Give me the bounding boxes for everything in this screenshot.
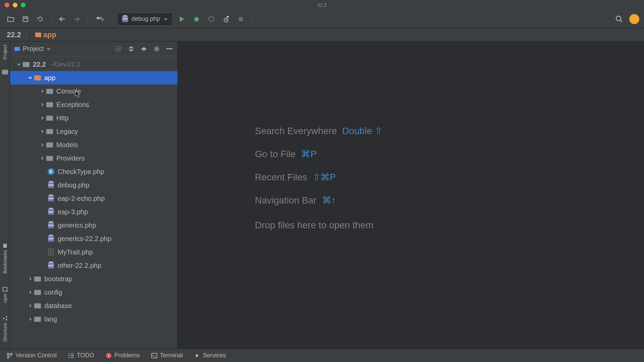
stop-button[interactable] (235, 13, 247, 25)
chevron-right-icon[interactable] (27, 317, 34, 321)
gutter-structure-tab[interactable]: Structure (2, 316, 8, 342)
bottom-tab-todo[interactable]: TODO (68, 352, 94, 359)
tree-file[interactable]: PHP eap-2-echo.php (10, 192, 177, 205)
welcome-action: Search Everywhere Double ⇧ (255, 125, 382, 136)
chevron-right-icon[interactable] (27, 303, 34, 308)
svg-rect-15 (166, 48, 172, 49)
reload-button[interactable] (34, 13, 46, 25)
chevron-right-icon[interactable] (39, 142, 46, 147)
collapse-all-button[interactable] (140, 45, 148, 53)
folder-icon (34, 74, 42, 81)
code-with-me-button[interactable] (93, 13, 107, 25)
folder-icon (22, 61, 30, 68)
chevron-right-icon[interactable] (39, 102, 46, 107)
folder-icon (46, 88, 54, 95)
run-button[interactable] (176, 13, 188, 25)
chevron-right-icon[interactable] (27, 290, 34, 295)
svg-rect-8 (6, 319, 7, 320)
folder-icon (46, 101, 54, 108)
gutter-project-tab[interactable]: Project (2, 45, 8, 60)
folder-icon (34, 302, 42, 309)
breadcrumb: 22.2 〉 app (0, 28, 644, 42)
tree-file[interactable]: PHP eap-3.php (10, 205, 177, 219)
coverage-button[interactable] (205, 13, 217, 25)
tree-file[interactable]: PHP debug.php (10, 178, 177, 192)
run-configuration-selector[interactable]: PHP debug.php (117, 12, 173, 26)
folder-icon (46, 141, 54, 148)
minimize-window-button[interactable] (13, 3, 17, 7)
hide-button[interactable] (165, 45, 173, 53)
chevron-right-icon[interactable] (27, 277, 34, 281)
keyboard-shortcut: ⌘P (301, 148, 317, 160)
terminal-icon (151, 353, 157, 359)
maximize-window-button[interactable] (21, 3, 25, 7)
open-button[interactable] (5, 13, 17, 25)
npm-icon (3, 287, 7, 292)
user-avatar[interactable] (629, 14, 639, 24)
debug-button[interactable] (191, 13, 203, 25)
welcome-action: Recent Files ⇧⌘P (255, 172, 382, 183)
structure-icon (3, 316, 7, 321)
svg-point-14 (156, 48, 158, 50)
bottom-tool-bar: Version Control TODO ! Problems Terminal… (0, 349, 644, 362)
tree-folder[interactable]: Legacy (10, 125, 177, 138)
chevron-right-icon[interactable] (39, 156, 46, 161)
expand-all-button[interactable] (127, 45, 135, 53)
tree-folder[interactable]: database (10, 299, 177, 312)
tree-root[interactable]: 22.2 ~/Dev/22.2 (10, 58, 177, 71)
folder-icon (34, 316, 42, 322)
chevron-down-icon[interactable] (15, 62, 22, 67)
php-file-icon: PHP (48, 195, 54, 201)
tree-file[interactable]: PHP other-22.2.php (10, 259, 177, 272)
chevron-right-icon[interactable] (39, 89, 46, 94)
select-opened-file-button[interactable] (114, 45, 122, 53)
gutter-npm-tab[interactable]: npm (2, 287, 8, 303)
tree-folder[interactable]: Models (10, 138, 177, 152)
bottom-tab-services[interactable]: Services (194, 352, 226, 359)
breadcrumb-root[interactable]: 22.2 (7, 31, 21, 39)
php-file-icon: PHP (48, 182, 54, 188)
svg-point-17 (7, 356, 9, 358)
chevron-right-icon[interactable] (39, 116, 46, 120)
tree-folder[interactable]: Providers (10, 152, 177, 165)
problems-badge-icon: ! (106, 353, 111, 358)
settings-button[interactable] (153, 45, 161, 53)
tree-file[interactable]: MyTrait.php (10, 245, 177, 259)
welcome-action: Go to File ⌘P (255, 148, 382, 160)
php-file-icon: PHP (122, 16, 128, 22)
svg-point-0 (97, 17, 99, 19)
tree-folder[interactable]: config (10, 286, 177, 299)
chevron-down-icon (163, 17, 168, 21)
bottom-tab-problems[interactable]: ! Problems (106, 352, 140, 359)
tree-folder[interactable]: Exceptions (10, 98, 177, 111)
gutter-icon[interactable] (2, 70, 8, 74)
back-button[interactable] (56, 13, 68, 25)
gutter-bookmarks-tab[interactable]: Bookmarks (2, 243, 8, 274)
bottom-tab-version control[interactable]: Version Control (7, 352, 57, 359)
tree-file[interactable]: PHP generics-22.2.php (10, 232, 177, 245)
tree-file[interactable]: PHP generics.php (10, 219, 177, 232)
tree-folder-app[interactable]: app (10, 71, 177, 84)
breadcrumb-current[interactable]: app (35, 31, 56, 39)
php-file-icon: PHP (48, 236, 54, 242)
editor-welcome[interactable]: Search Everywhere Double ⇧ Go to File ⌘P… (178, 42, 644, 349)
search-button[interactable] (613, 13, 625, 25)
breadcrumb-separator: 〉 (24, 30, 32, 40)
forward-button[interactable] (71, 13, 83, 25)
tree-folder[interactable]: lang (10, 312, 177, 326)
profile-button[interactable] (220, 13, 232, 25)
main-toolbar: PHP debug.php (0, 10, 644, 28)
tree-folder[interactable]: Http (10, 111, 177, 125)
chevron-down-icon[interactable] (27, 75, 34, 80)
project-tree[interactable]: 22.2 ~/Dev/22.2 app Console Exceptions H… (10, 56, 177, 349)
bottom-tab-terminal[interactable]: Terminal (151, 352, 183, 359)
tree-folder[interactable]: Console (10, 84, 177, 98)
close-window-button[interactable] (5, 3, 9, 7)
tree-folder[interactable]: bootstrap (10, 272, 177, 286)
left-tool-gutter: Project Bookmarks npm Structure (0, 42, 10, 349)
project-view-selector[interactable]: Project (14, 45, 51, 53)
svg-point-18 (11, 353, 12, 355)
chevron-right-icon[interactable] (39, 129, 46, 134)
save-button[interactable] (19, 13, 32, 25)
tree-file[interactable]: E CheckType.php (10, 165, 177, 178)
